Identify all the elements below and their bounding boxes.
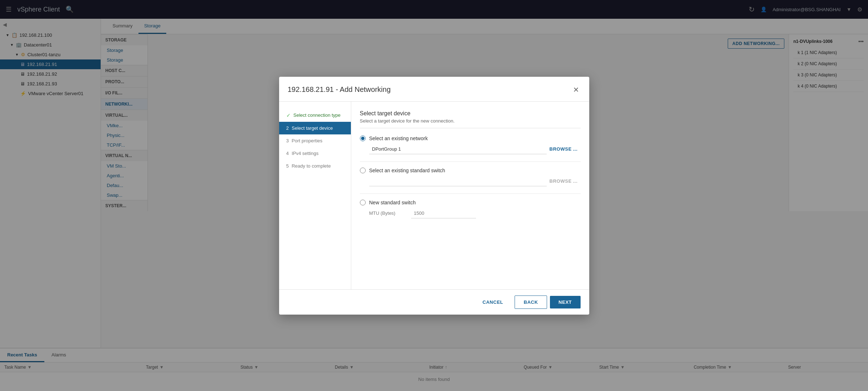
browse-existing-switch-button: BROWSE ... <box>547 176 581 186</box>
modal-footer: CANCEL BACK NEXT <box>279 289 589 315</box>
step-4[interactable]: 4 IPv4 settings <box>279 147 351 160</box>
next-button[interactable]: NEXT <box>550 296 581 308</box>
step-1[interactable]: ✓ Select connection type <box>279 109 351 122</box>
step-3[interactable]: 3 Port properties <box>279 134 351 147</box>
modal-steps: ✓ Select connection type 2 Select target… <box>279 102 351 289</box>
mtu-label: MTU (Bytes) <box>369 210 405 216</box>
step-4-number: 4 <box>286 151 289 156</box>
step-3-label: Port properties <box>292 138 322 143</box>
step-check-icon: ✓ <box>286 112 291 118</box>
step-3-number: 3 <box>286 138 289 143</box>
step-1-label: Select connection type <box>294 112 341 118</box>
radio-row-existing-network: Select an existing network <box>360 135 581 141</box>
step-5-number: 5 <box>286 163 289 169</box>
step-2-label: Select target device <box>292 125 333 131</box>
modal-section-desc: Select a target device for the new conne… <box>360 118 581 128</box>
step-5[interactable]: 5 Ready to complete <box>279 160 351 172</box>
radio-existing-switch[interactable] <box>360 168 366 173</box>
radio-existing-network[interactable] <box>360 135 366 141</box>
radio-row-existing-switch: Select an existing standard switch <box>360 168 581 173</box>
mtu-row: MTU (Bytes) <box>369 208 581 218</box>
label-existing-network: Select an existing network <box>369 135 428 141</box>
modal-title: 192.168.21.91 - Add Networking <box>288 85 391 94</box>
step-5-label: Ready to complete <box>292 163 331 169</box>
browse-row-existing-network: BROWSE ... <box>369 144 581 154</box>
modal-close-button[interactable]: ✕ <box>572 84 581 95</box>
modal-main-content: Select target device Select a target dev… <box>351 102 589 289</box>
existing-switch-input[interactable] <box>369 176 547 186</box>
modal: 192.168.21.91 - Add Networking ✕ ✓ Selec… <box>279 77 589 315</box>
back-button[interactable]: BACK <box>515 296 547 309</box>
step-4-label: IPv4 settings <box>292 151 318 156</box>
existing-network-input[interactable] <box>369 144 547 154</box>
modal-body: ✓ Select connection type 2 Select target… <box>279 102 589 289</box>
step-2-number: 2 <box>286 125 289 131</box>
radio-row-new-switch: New standard switch <box>360 200 581 205</box>
modal-header: 192.168.21.91 - Add Networking ✕ <box>279 77 589 102</box>
divider-1 <box>360 161 581 162</box>
label-new-switch: New standard switch <box>369 200 416 205</box>
modal-overlay: 192.168.21.91 - Add Networking ✕ ✓ Selec… <box>0 0 868 391</box>
step-2[interactable]: 2 Select target device <box>279 122 351 134</box>
radio-new-switch[interactable] <box>360 200 366 205</box>
modal-section-title: Select target device <box>360 110 581 117</box>
browse-row-existing-switch: BROWSE ... <box>369 176 581 186</box>
mtu-input[interactable] <box>411 208 476 218</box>
option-existing-switch-group: Select an existing standard switch BROWS… <box>360 168 581 186</box>
browse-existing-network-button[interactable]: BROWSE ... <box>547 144 581 154</box>
label-existing-switch: Select an existing standard switch <box>369 168 445 173</box>
option-new-switch-group: New standard switch MTU (Bytes) <box>360 200 581 218</box>
option-existing-network-group: Select an existing network BROWSE ... <box>360 135 581 154</box>
divider-2 <box>360 194 581 194</box>
cancel-button[interactable]: CANCEL <box>474 296 512 308</box>
